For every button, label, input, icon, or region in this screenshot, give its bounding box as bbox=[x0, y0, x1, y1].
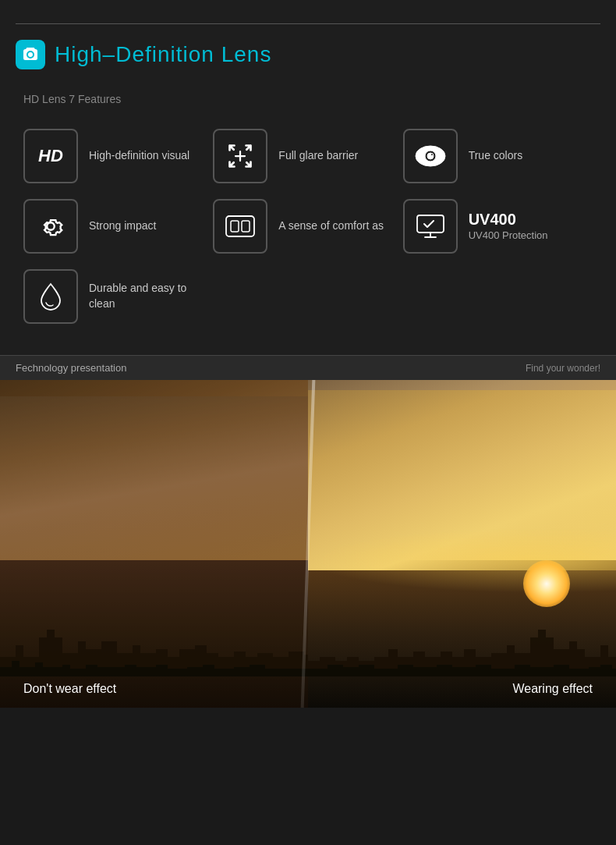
svg-point-3 bbox=[430, 154, 433, 156]
section-title: High–Definition Lens bbox=[55, 42, 271, 67]
feature-uv400: UV400 UV400 Protection bbox=[403, 199, 593, 254]
footer-bar: Fechnology presentation Find your wonder… bbox=[0, 355, 616, 380]
photo-comparison: Don't wear effect Wearing effect bbox=[0, 380, 616, 708]
camera-icon bbox=[16, 40, 45, 69]
feature-strong-impact: Strong impact bbox=[23, 199, 213, 254]
monitor-check-icon bbox=[416, 214, 445, 239]
cross-arrows-icon bbox=[226, 142, 254, 170]
comfort-label: A sense of comfort as bbox=[278, 218, 384, 234]
comfort-icon-box bbox=[213, 199, 267, 254]
camera-svg bbox=[21, 45, 40, 64]
caption-with-lens: Wearing effect bbox=[512, 682, 593, 696]
caption-no-lens: Don't wear effect bbox=[23, 682, 116, 696]
uv400-icon-box bbox=[403, 199, 458, 254]
subtitle: HD Lens 7 Features bbox=[16, 93, 600, 105]
hd-icon-box: HD bbox=[23, 129, 78, 183]
section-header: High–Definition Lens bbox=[16, 40, 600, 69]
eye-icon-box bbox=[403, 129, 458, 183]
landscape-silhouette bbox=[0, 614, 616, 676]
gear-icon-box bbox=[23, 199, 78, 254]
durable-label: Durable and easy to clean bbox=[89, 281, 213, 311]
top-section: High–Definition Lens HD Lens 7 Features … bbox=[0, 0, 616, 355]
uv400-label: UV400 UV400 Protection bbox=[469, 210, 548, 243]
footer-left: Fechnology presentation bbox=[16, 362, 126, 374]
hd-icon: HD bbox=[38, 146, 63, 166]
drop-icon bbox=[40, 282, 62, 311]
lens-comfort-icon bbox=[225, 215, 256, 238]
feature-glare: Full glare barrier bbox=[213, 129, 402, 183]
gear-icon bbox=[36, 211, 65, 241]
footer-right: Find your wonder! bbox=[526, 363, 600, 374]
svg-rect-6 bbox=[242, 221, 250, 232]
top-divider bbox=[16, 23, 600, 24]
svg-rect-5 bbox=[231, 221, 239, 232]
glare-label: Full glare barrier bbox=[278, 148, 358, 164]
feature-durable: Durable and easy to clean bbox=[23, 269, 213, 324]
feature-true-colors: True colors bbox=[403, 129, 593, 183]
glare-icon-box bbox=[213, 129, 267, 183]
true-colors-label: True colors bbox=[469, 148, 523, 164]
eye-icon bbox=[415, 145, 446, 167]
feature-hd-visual: HD High-definition visual bbox=[23, 129, 213, 183]
features-grid: HD High-definition visual Full glare bar… bbox=[16, 129, 600, 324]
feature-comfort: A sense of comfort as bbox=[213, 199, 402, 254]
hd-label: High-definition visual bbox=[89, 148, 189, 164]
strong-impact-label: Strong impact bbox=[89, 218, 156, 234]
drop-icon-box bbox=[23, 269, 78, 324]
